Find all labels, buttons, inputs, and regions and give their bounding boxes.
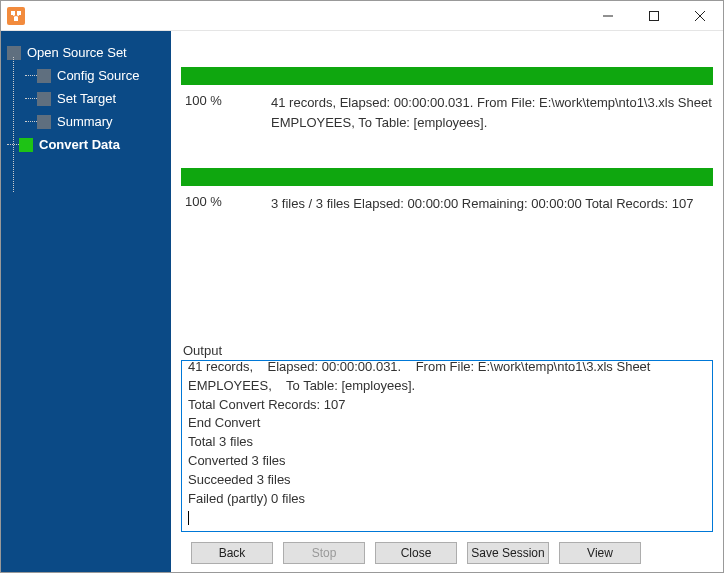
button-row: Back Stop Close Save Session View: [181, 532, 713, 564]
view-button[interactable]: View: [559, 542, 641, 564]
node-icon: [37, 69, 51, 83]
output-line: Succeeded 3 files: [188, 471, 706, 490]
output-line: Failed (partly) 0 files: [188, 490, 706, 509]
total-progress-row: 100 % 3 files / 3 files Elapsed: 00:00:0…: [181, 190, 713, 218]
svg-line-3: [13, 15, 16, 17]
output-line: Total 3 files: [188, 433, 706, 452]
total-progress-percent: 100 %: [181, 194, 271, 214]
svg-line-4: [16, 15, 19, 17]
node-icon: [19, 138, 33, 152]
sidebar-item-label: Convert Data: [39, 137, 120, 152]
wizard-sidebar: Open Source Set Config Source Set Target…: [1, 31, 171, 572]
main-panel: 100 % 41 records, Elapsed: 00:00:00.031.…: [171, 31, 723, 572]
save-session-button[interactable]: Save Session: [467, 542, 549, 564]
file-progress-row: 100 % 41 records, Elapsed: 00:00:00.031.…: [181, 89, 713, 136]
total-progress-bar: [181, 168, 713, 186]
output-line: Converted 3 files: [188, 452, 706, 471]
app-icon: [7, 7, 25, 25]
sidebar-item-config-source[interactable]: Config Source: [25, 64, 165, 87]
output-line: 41 records, Elapsed: 00:00:00.031. From …: [188, 360, 706, 377]
svg-rect-2: [14, 17, 18, 21]
file-progress-bar: [181, 67, 713, 85]
output-line: Total Convert Records: 107: [188, 396, 706, 415]
close-button[interactable]: [677, 1, 723, 31]
sidebar-item-summary[interactable]: Summary: [25, 110, 165, 133]
text-caret: [188, 511, 189, 525]
output-line: EMPLOYEES, To Table: [employees].: [188, 377, 706, 396]
sidebar-item-set-target[interactable]: Set Target: [25, 87, 165, 110]
svg-rect-0: [11, 11, 15, 15]
sidebar-item-label: Summary: [57, 114, 113, 129]
file-progress-text: 41 records, Elapsed: 00:00:00.031. From …: [271, 93, 713, 132]
svg-rect-6: [650, 11, 659, 20]
sidebar-item-label: Set Target: [57, 91, 116, 106]
sidebar-item-label: Config Source: [57, 68, 139, 83]
total-progress-text: 3 files / 3 files Elapsed: 00:00:00 Rema…: [271, 194, 713, 214]
close-action-button[interactable]: Close: [375, 542, 457, 564]
sidebar-item-open-source-set[interactable]: Open Source Set: [7, 41, 165, 64]
output-label: Output: [181, 341, 713, 360]
node-icon: [37, 92, 51, 106]
output-textarea[interactable]: EMPLOYEES, To Table: [employees].41 reco…: [181, 360, 713, 532]
titlebar: [1, 1, 723, 31]
output-line: End Convert: [188, 414, 706, 433]
maximize-button[interactable]: [631, 1, 677, 31]
sidebar-item-label: Open Source Set: [27, 45, 127, 60]
sidebar-item-convert-data[interactable]: Convert Data: [7, 133, 165, 156]
svg-rect-1: [17, 11, 21, 15]
node-icon: [37, 115, 51, 129]
node-icon: [7, 46, 21, 60]
minimize-button[interactable]: [585, 1, 631, 31]
file-progress-percent: 100 %: [181, 93, 271, 132]
stop-button: Stop: [283, 542, 365, 564]
back-button[interactable]: Back: [191, 542, 273, 564]
